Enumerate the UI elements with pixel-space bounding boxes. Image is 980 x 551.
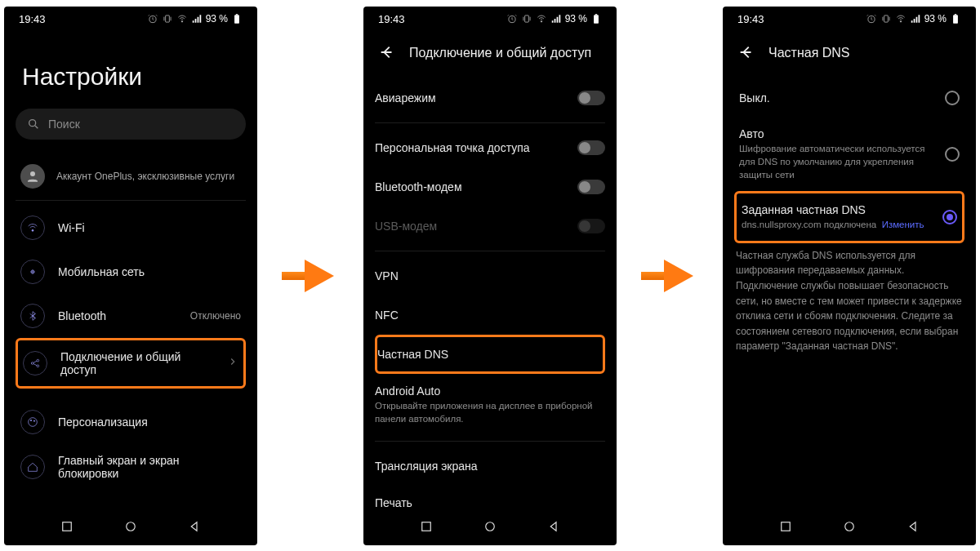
item-bluetooth[interactable]: Bluetooth Отключено [16,294,246,338]
share-icon [23,351,47,375]
signal-icon [550,13,562,24]
wifi-icon [536,13,547,24]
radio[interactable] [945,147,960,162]
navbar [363,508,617,545]
battery-text: 93 % [206,13,228,24]
nav-back-icon[interactable] [546,519,561,534]
nav-back-icon[interactable] [906,519,920,534]
svg-point-16 [127,522,136,531]
status-bar: 19:43 93 % [4,7,257,30]
svg-rect-25 [884,16,888,22]
row-print[interactable]: Печать Включено [375,486,605,508]
alarm-icon [506,13,518,24]
nav-home-icon[interactable] [123,519,138,534]
signal-icon [191,13,203,24]
svg-rect-15 [63,522,72,531]
toggle[interactable] [577,91,605,105]
row-cast[interactable]: Трансляция экрана [375,447,605,486]
toggle[interactable] [577,140,605,155]
row-dns-auto[interactable]: Авто Шифрование автоматически использует… [734,118,964,191]
svg-point-2 [181,21,182,22]
search-input[interactable]: Поиск [16,109,246,140]
svg-point-5 [29,119,36,126]
avatar [20,164,45,189]
palette-icon [20,410,45,434]
vibrate-icon [162,13,173,24]
clock: 19:43 [19,13,46,25]
nav-recent-icon[interactable] [778,519,793,534]
vibrate-icon [521,13,532,24]
alarm-icon [147,13,158,24]
home-icon [20,455,45,479]
item-home-lock[interactable]: Главный экран и экран блокировки [16,444,246,490]
wifi-icon [895,13,906,24]
clock: 19:43 [378,13,405,25]
bluetooth-status: Отключено [190,310,241,322]
svg-point-11 [37,365,39,367]
svg-point-14 [33,420,34,421]
search-placeholder: Поиск [48,118,80,131]
row-bt-modem[interactable]: Bluetooth-модем [375,167,605,207]
account-text: Аккаунт OnePlus, эксклюзивные услуги [56,171,234,182]
back-button[interactable] [378,43,396,64]
battery-icon [590,13,602,24]
svg-point-6 [30,171,35,176]
svg-rect-18 [524,16,528,22]
nav-back-icon[interactable] [187,519,202,534]
edit-link[interactable]: Изменить [882,220,924,229]
svg-point-7 [32,229,33,231]
signal-icon [910,13,921,24]
page-title: Подключение и общий доступ [409,46,591,60]
vibrate-icon [880,13,892,24]
battery-icon [231,13,243,24]
toggle[interactable] [577,180,605,194]
svg-point-23 [486,522,495,531]
svg-rect-1 [165,16,169,22]
header: Частная DNS [734,30,964,78]
battery-icon [950,13,961,24]
row-vpn[interactable]: VPN [375,256,605,295]
svg-rect-29 [782,522,791,531]
svg-rect-22 [422,522,431,531]
status-icons: 93 % [866,13,961,24]
row-android-auto[interactable]: Android Auto Открывайте приложения на ди… [375,374,605,436]
svg-point-13 [30,420,31,420]
svg-point-19 [541,21,541,22]
wifi-icon [20,216,45,240]
nav-recent-icon[interactable] [60,519,74,534]
search-icon [27,118,40,131]
alarm-icon [866,13,877,24]
nav-home-icon[interactable] [483,519,497,534]
row-private-dns[interactable]: Частная DNS [375,335,605,374]
navbar [4,508,257,545]
item-wifi[interactable]: Wi-Fi [16,206,246,250]
status-bar: 19:43 93 % [723,7,976,30]
chevron-right-icon [227,356,238,370]
arrow-right-icon [641,260,698,292]
status-icons: 93 % [506,13,602,24]
item-mobile[interactable]: Мобильная сеть [16,250,246,294]
mobile-icon [20,260,45,284]
radio[interactable] [945,91,960,105]
row-airplane[interactable]: Авиарежим [375,78,605,118]
battery-text: 93 % [565,13,587,24]
nav-home-icon[interactable] [842,519,857,534]
phone-settings: 19:43 93 % Настройки Поиск Аккаунт OnePl… [4,7,257,545]
item-personalization[interactable]: Персонализация [16,400,246,444]
row-nfc[interactable]: NFC [375,295,605,335]
row-dns-custom[interactable]: Заданная частная DNS dns.nullsproxy.com … [734,191,964,243]
item-connect-share[interactable]: Подключение и общий доступ [16,338,246,389]
nav-recent-icon[interactable] [419,519,434,534]
svg-point-30 [845,522,854,531]
toggle [577,219,605,233]
svg-rect-21 [595,14,597,15]
row-dns-off[interactable]: Выкл. [734,78,964,118]
account-row[interactable]: Аккаунт OnePlus, эксклюзивные услуги [16,164,246,201]
battery-text: 93 % [924,13,947,24]
row-hotspot[interactable]: Персональная точка доступа [375,128,605,167]
svg-point-9 [31,362,33,364]
radio-selected[interactable] [942,210,957,224]
status-icons: 93 % [147,13,243,24]
svg-rect-3 [234,15,239,23]
back-button[interactable] [737,43,755,64]
